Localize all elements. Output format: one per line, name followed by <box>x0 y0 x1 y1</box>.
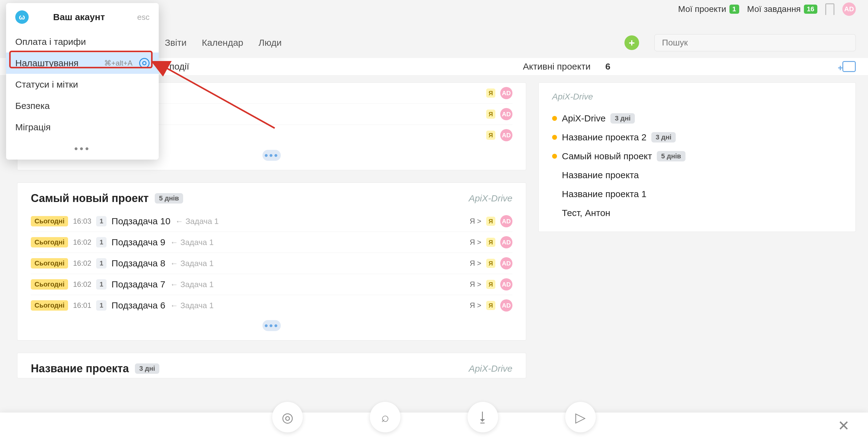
task-name: Подзадача 7 <box>112 279 165 289</box>
project-name: Название проекта <box>562 170 639 180</box>
assignee-label: Я > <box>470 238 481 247</box>
assignee-avatar: AD <box>500 299 513 312</box>
nav-reports[interactable]: Звіти <box>165 37 186 48</box>
task-time: 16:01 <box>73 301 91 310</box>
project-item[interactable]: ApiX-Drive3 дні <box>552 109 842 128</box>
card-badge: 5 днів <box>155 193 183 203</box>
bookmark-icon[interactable] <box>825 3 834 15</box>
assignee-ya-icon: Я <box>486 259 495 268</box>
task-time: 16:02 <box>73 238 91 247</box>
project-item[interactable]: Название проекта 23 дні <box>552 128 842 147</box>
status-dot-icon <box>552 154 557 159</box>
today-badge: Сьогодні <box>31 258 68 269</box>
menu-settings[interactable]: Налаштування ⌘+alt+A <box>6 53 159 74</box>
my-tasks-link[interactable]: Мої завдання 16 <box>747 4 817 14</box>
task-name: Подзадача 8 <box>112 258 165 269</box>
panel-owner: ApiX-Drive <box>552 92 842 102</box>
assignee-ya-icon: Я <box>486 109 495 119</box>
parent-task: ← Задача 1 <box>170 280 214 289</box>
help-icon[interactable]: ◎ <box>272 402 303 432</box>
task-row[interactable]: Сьогодні 16:01 1 Подзадача 6 ← Задача 1 … <box>31 295 513 316</box>
task-time: 16:02 <box>73 280 91 289</box>
count-badge: 1 <box>96 279 106 289</box>
project-badge: 5 днів <box>657 151 685 161</box>
my-projects-count: 1 <box>730 5 739 14</box>
more-button[interactable]: ••• <box>262 150 281 161</box>
assignee-label: Я > <box>470 217 481 225</box>
search-icon[interactable]: ⌕ <box>370 402 400 432</box>
gear-icon <box>139 58 150 68</box>
card-owner: ApiX-Drive <box>469 364 513 374</box>
project-badge: 3 дні <box>651 132 676 143</box>
account-menu-title: Ваш акаунт <box>53 12 105 22</box>
task-row[interactable]: Сьогодні 16:03 1 Подзадача 10 ← Задача 1… <box>31 211 513 231</box>
workspace-logo-icon: ω <box>15 10 29 24</box>
task-name: Подзадача 10 <box>112 216 170 226</box>
today-badge: Сьогодні <box>31 300 68 311</box>
card-title[interactable]: Самый новый проект <box>31 192 149 205</box>
assignee-avatar: AD <box>500 278 513 290</box>
task-name: Подзадача 9 <box>112 237 165 248</box>
add-button[interactable]: + <box>624 35 639 50</box>
project-item[interactable]: Тест, Антон <box>552 203 842 222</box>
esc-hint: esc <box>137 12 150 22</box>
shortcut-text: ⌘+alt+A <box>104 59 132 67</box>
nav-calendar[interactable]: Календар <box>202 37 243 48</box>
assignee-label: Я > <box>470 259 481 268</box>
today-badge: Сьогодні <box>31 216 68 226</box>
menu-migration[interactable]: Міграція <box>6 117 159 138</box>
parent-task: ← Задача 1 <box>170 301 214 310</box>
parent-task: ← Задача 1 <box>170 259 214 268</box>
account-menu: ω Ваш акаунт esc Оплата і тарифи Налашту… <box>6 3 159 160</box>
status-dot-icon <box>552 116 557 121</box>
active-projects-label: Активні проекти <box>523 61 591 72</box>
my-tasks-label: Мої завдання <box>747 4 801 14</box>
count-badge: 1 <box>96 258 106 269</box>
today-badge: Сьогодні <box>31 237 68 248</box>
menu-statuses[interactable]: Статуси і мітки <box>6 74 159 95</box>
project-name: Название проекта 2 <box>562 132 646 143</box>
play-icon[interactable]: ▷ <box>565 402 596 432</box>
menu-billing[interactable]: Оплата і тарифи <box>6 31 159 53</box>
assignee-avatar: AD <box>500 215 513 227</box>
task-row[interactable]: Сьогодні 16:02 1 Подзадача 7 ← Задача 1 … <box>31 274 513 295</box>
project-item[interactable]: Самый новый проект5 днів <box>552 147 842 166</box>
active-projects-count: 6 <box>605 61 611 72</box>
project-card-name: Название проекта 3 дні ApiX-Drive <box>17 353 526 378</box>
assignee-ya-icon: Я <box>486 280 495 289</box>
my-tasks-count: 16 <box>804 5 817 14</box>
assignee-ya-icon: Я <box>486 301 495 310</box>
menu-more[interactable]: ••• <box>6 138 159 157</box>
project-name: Название проекта 1 <box>562 189 646 199</box>
card-badge: 3 дні <box>135 364 159 374</box>
parent-task: ← Задача 1 <box>175 217 219 226</box>
assignee-ya-icon: Я <box>486 217 495 226</box>
briefcase-add-icon[interactable] <box>842 61 856 72</box>
close-icon[interactable]: ✕ <box>838 417 850 434</box>
search-input[interactable] <box>654 34 856 51</box>
project-name: Самый новый проект <box>562 151 652 161</box>
user-avatar[interactable]: AD <box>842 2 856 16</box>
assignee-avatar: AD <box>500 129 513 141</box>
project-badge: 3 дні <box>611 113 635 124</box>
task-row[interactable]: Сьогодні 16:02 1 Подзадача 9 ← Задача 1 … <box>31 231 513 253</box>
card-title[interactable]: Название проекта <box>31 362 129 375</box>
project-item[interactable]: Название проекта 1 <box>552 185 842 203</box>
more-button[interactable]: ••• <box>262 320 281 331</box>
project-name: Тест, Антон <box>562 208 611 218</box>
card-owner: ApiX-Drive <box>469 193 513 203</box>
project-item[interactable]: Название проекта <box>552 166 842 185</box>
bottom-bar: ◎ ⌕ ⭳ ▷ ✕ <box>0 412 868 440</box>
task-time: 16:02 <box>73 259 91 268</box>
task-row[interactable]: Сьогодні 16:02 1 Подзадача 8 ← Задача 1 … <box>31 253 513 274</box>
my-projects-link[interactable]: Мої проекти 1 <box>678 4 739 14</box>
project-card-new: Самый новый проект 5 днів ApiX-Drive Сьо… <box>17 183 526 341</box>
count-badge: 1 <box>96 237 106 248</box>
download-icon[interactable]: ⭳ <box>468 402 498 432</box>
count-badge: 1 <box>96 300 106 311</box>
assignee-avatar: AD <box>500 87 513 99</box>
today-badge: Сьогодні <box>31 279 68 289</box>
nav-people[interactable]: Люди <box>258 37 282 48</box>
menu-security[interactable]: Безпека <box>6 95 159 117</box>
task-time: 16:03 <box>73 217 91 225</box>
